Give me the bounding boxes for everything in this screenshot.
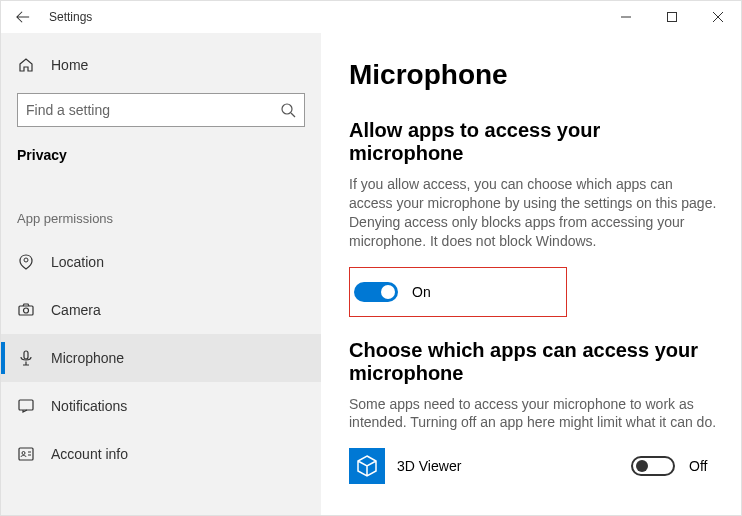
account-info-icon [17,445,35,463]
sidebar-item-microphone[interactable]: Microphone [1,334,321,382]
close-button[interactable] [695,1,741,33]
minimize-icon [621,12,631,22]
window-controls [603,1,741,33]
svg-point-1 [282,104,292,114]
arrow-left-icon [16,10,30,24]
camera-icon [17,301,35,319]
svg-point-4 [24,308,29,313]
app-toggle[interactable] [631,456,675,476]
minimize-button[interactable] [603,1,649,33]
svg-point-8 [22,452,25,455]
svg-rect-3 [19,306,33,315]
svg-rect-7 [19,448,33,460]
sidebar-item-label: Location [51,254,104,270]
location-icon [17,253,35,271]
sidebar-item-notifications[interactable]: Notifications [1,382,321,430]
sidebar-item-account-info[interactable]: Account info [1,430,321,478]
maximize-button[interactable] [649,1,695,33]
app-name: 3D Viewer [397,458,619,474]
search-box[interactable] [17,93,305,127]
svg-point-2 [24,258,28,262]
app-row: 3D Viewer Off [349,448,719,484]
sidebar-item-label: Account info [51,446,128,462]
page-title: Microphone [349,59,719,91]
sidebar-item-label: Notifications [51,398,127,414]
app-icon-3d-viewer [349,448,385,484]
svg-rect-5 [24,351,28,359]
allow-description: If you allow access, you can choose whic… [349,175,719,251]
search-icon [280,102,296,118]
sidebar: Home Privacy App permissions Location Ca… [1,33,321,515]
category-label: Privacy [1,139,321,183]
home-button[interactable]: Home [1,45,321,85]
notifications-icon [17,397,35,415]
allow-toggle-label: On [412,284,431,300]
close-icon [713,12,723,22]
section-heading: App permissions [1,183,321,238]
app-toggle-label: Off [689,458,719,474]
maximize-icon [667,12,677,22]
back-button[interactable] [1,1,45,33]
sidebar-item-location[interactable]: Location [1,238,321,286]
home-icon [17,57,35,73]
choose-description: Some apps need to access your microphone… [349,395,719,433]
svg-rect-6 [19,400,33,410]
sidebar-item-label: Microphone [51,350,124,366]
allow-toggle[interactable] [354,282,398,302]
home-label: Home [51,57,88,73]
microphone-icon [17,349,35,367]
choose-heading: Choose which apps can access your microp… [349,339,719,385]
search-input[interactable] [26,102,280,118]
sidebar-item-label: Camera [51,302,101,318]
svg-rect-0 [668,13,677,22]
highlight-box: On [349,267,567,317]
window-title: Settings [45,10,92,24]
allow-heading: Allow apps to access your microphone [349,119,719,165]
titlebar: Settings [1,1,741,33]
main-content: Microphone Allow apps to access your mic… [321,33,741,515]
sidebar-item-camera[interactable]: Camera [1,286,321,334]
